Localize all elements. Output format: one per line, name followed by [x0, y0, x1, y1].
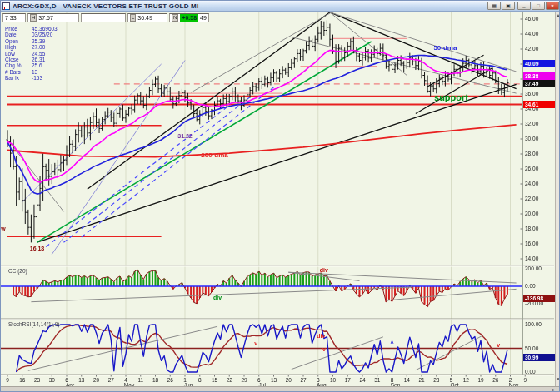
data-panel-row: Chg %25.6 — [5, 62, 82, 68]
data-panel-label: High — [5, 44, 32, 50]
data-panel-value: 13 — [32, 69, 38, 75]
ma50-price-tag: 40.09 — [523, 60, 555, 67]
high-value: 37.57 — [38, 14, 53, 22]
quote-field-empty[interactable] — [81, 13, 126, 22]
data-panel-value: 25.39 — [32, 38, 45, 44]
cci-value-tag: -136.98 — [523, 295, 555, 302]
toolbar-button-a[interactable]: ▦ — [488, 2, 501, 10]
data-panel-value: 26.31 — [32, 57, 45, 62]
data-panel-value: 03/25/20 — [32, 32, 52, 37]
data-panel-value: 45.369603 — [32, 26, 58, 32]
data-panel-value: 24.55 — [32, 51, 45, 57]
data-panel-label: Bar Ix — [5, 75, 32, 81]
quote-field-low[interactable]: L 36.49 — [128, 13, 168, 22]
chart-canvas[interactable] — [1, 1, 560, 392]
data-panel-row: # Bars13 — [5, 69, 82, 75]
data-panel-label: Chg % — [5, 62, 32, 68]
data-panel-row: Date03/25/20 — [5, 32, 82, 37]
toolbar-button-b[interactable]: ▣ — [502, 2, 515, 10]
data-panel-value: -153 — [32, 75, 42, 81]
data-panel-label: # Bars — [5, 69, 32, 75]
window-titlebar[interactable]: ARCX:GDX,D - VANECK VECTORS ETF TRUST GO… — [1, 1, 560, 12]
net-change-value: +0.58 — [180, 14, 198, 22]
data-panel-label: Price — [5, 26, 32, 32]
chart-window: ARCX:GDX,D - VANECK VECTORS ETF TRUST GO… — [0, 0, 560, 392]
data-panel-row: High27.00 — [5, 44, 82, 50]
data-panel-label: Low — [5, 51, 32, 57]
quote-field-net[interactable]: N +0.58 49 — [169, 13, 209, 22]
close-button[interactable]: × — [546, 2, 559, 10]
quote-field-1[interactable]: 7 33 — [2, 13, 26, 22]
data-panel-row: Low24.55 — [5, 51, 82, 57]
data-panel-label: Close — [5, 57, 32, 62]
quote-field-high[interactable]: H 37.57 — [28, 13, 79, 22]
scroll-down-icon[interactable]: ▼ — [556, 376, 560, 382]
minimize-button[interactable]: _ — [518, 2, 531, 10]
cci-panel-label: CCI(20) — [8, 268, 28, 274]
data-panel-value: 25.6 — [32, 62, 42, 68]
data-panel-value: 27.00 — [32, 44, 45, 50]
data-panel: Price45.369603Date03/25/20Open25.39High2… — [5, 26, 82, 82]
data-panel-row: Open25.39 — [5, 38, 82, 44]
ma20-price-tag: 38.38 — [523, 72, 555, 80]
vertical-scrollbar[interactable]: ▲ ▼ — [555, 12, 560, 386]
quote-toolbar: 7 33 H 37.57 L 36.49 N +0.58 49 — [2, 12, 209, 22]
last-price-tag: 37.49 — [523, 80, 555, 87]
low-chip: L — [130, 14, 136, 22]
data-panel-row: Price45.369603 — [5, 26, 82, 32]
low-value: 36.49 — [138, 14, 152, 22]
data-panel-row: Close26.31 — [5, 57, 82, 62]
support-price-tag: 34.61 — [523, 101, 555, 108]
data-panel-label: Date — [5, 32, 32, 37]
high-chip: H — [30, 14, 37, 22]
scroll-up-icon[interactable]: ▲ — [556, 12, 560, 18]
bottom-strip: ▸ — [1, 386, 560, 392]
chart-window-icon — [2, 2, 10, 10]
scroll-right-icon[interactable]: ▸ — [552, 387, 555, 392]
net-chip: N — [172, 14, 178, 22]
net-extra-value: 49 — [200, 14, 207, 22]
data-panel-label: Open — [5, 38, 32, 44]
maximize-button[interactable]: □ — [532, 2, 545, 10]
window-title: ARCX:GDX,D - VANECK VECTORS ETF TRUST GO… — [12, 2, 198, 10]
data-panel-row: Bar Ix-153 — [5, 75, 82, 81]
quote-field-1-value: 7 33 — [5, 14, 17, 22]
stoch-value-tag: 30.99 — [523, 354, 555, 361]
stochrsi-panel-label: StochRSI(14,14(1),9) — [8, 321, 59, 327]
